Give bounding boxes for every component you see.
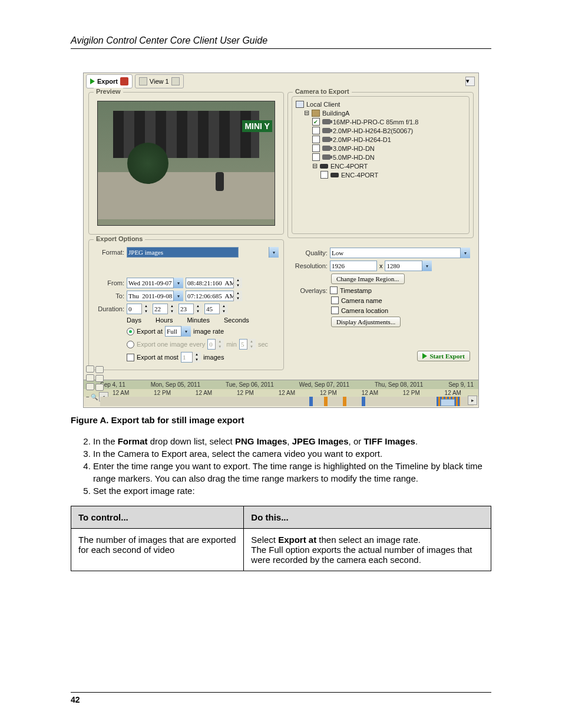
- spinner-icon: ▲▼: [215, 339, 224, 350]
- close-icon[interactable]: [120, 77, 128, 85]
- images-label: images: [203, 354, 224, 361]
- export-window: ▾ Export View 1 Preview MINI Y: [83, 73, 479, 408]
- cam4-checkbox[interactable]: [312, 153, 320, 161]
- spinner-icon[interactable]: ▲▼: [167, 304, 176, 314]
- tree-cam4[interactable]: 5.0MP-HD-DN: [333, 154, 375, 161]
- overlay-ts-label: Timestamp: [340, 287, 372, 294]
- table-header-2: Do this...: [244, 506, 491, 528]
- res-w-input[interactable]: [330, 261, 377, 271]
- tl-rec2-icon[interactable]: [95, 375, 104, 382]
- chevron-down-icon[interactable]: ▾: [173, 291, 183, 301]
- spinner-icon[interactable]: ▲▼: [233, 291, 242, 301]
- range-start-marker[interactable]: [309, 397, 313, 406]
- timeline[interactable]: −🔍◂ Sep 4, 11 Mon, Sep 05, 2011 Tue, Sep…: [84, 380, 478, 406]
- tree-cam2[interactable]: 2.0MP-HD-H264-D1: [333, 136, 391, 143]
- overlay-loc-label: Camera location: [341, 307, 388, 314]
- page-header: Avigilon Control Center Core Client User…: [71, 35, 491, 49]
- format-select[interactable]: [127, 247, 239, 258]
- start-export-button[interactable]: Start Export: [417, 351, 470, 361]
- spinner-icon[interactable]: ▲▼: [219, 304, 228, 314]
- tl-rec-icon[interactable]: [86, 374, 94, 381]
- spinner-icon[interactable]: ▲▼: [193, 304, 202, 314]
- timeline-bar[interactable]: [100, 397, 474, 406]
- chevron-down-icon[interactable]: ▾: [269, 247, 279, 258]
- scroll-thumb[interactable]: [441, 399, 455, 406]
- step-5: Set the export image rate:: [93, 485, 491, 497]
- minutes-unit: Minutes: [187, 317, 210, 324]
- chevron-down-icon[interactable]: ▾: [460, 248, 470, 258]
- page-number: 42: [71, 692, 491, 704]
- figure-caption: Figure A. Export tab for still image exp…: [71, 415, 491, 426]
- tl-hour: 12 AM: [113, 390, 129, 396]
- overlay-name-checkbox[interactable]: [331, 297, 339, 304]
- tl-motion2-icon[interactable]: [95, 384, 104, 391]
- table-header-1: To control...: [71, 506, 244, 528]
- export-most-checkbox[interactable]: [127, 354, 134, 361]
- spinner-icon[interactable]: ▲▼: [141, 304, 150, 314]
- spinner-icon[interactable]: ▲▼: [233, 278, 242, 288]
- step-4: Enter the time range you want to export.…: [93, 460, 491, 485]
- change-region-button[interactable]: Change Image Region...: [331, 274, 405, 284]
- export-icon: [90, 78, 95, 84]
- camera-tree[interactable]: Local Client ⊟BuildingA ✔16MP-HD-PRO-C 8…: [292, 96, 470, 234]
- tree-local: Local Client: [306, 101, 340, 108]
- camera-icon: [322, 137, 330, 142]
- tab-export[interactable]: Export: [86, 74, 133, 88]
- chevron-down-icon[interactable]: ▾: [181, 326, 191, 337]
- tl-motion-icon[interactable]: [86, 383, 94, 390]
- timeline-controls: −🔍◂: [86, 365, 108, 401]
- tree-cam1[interactable]: 2.0MP-HD-H264-B2(50067): [333, 127, 413, 134]
- step-3: In the Camera to Export area, select the…: [93, 447, 491, 460]
- tree-enc-child[interactable]: ENC-4PORT: [341, 172, 378, 179]
- cam1-checkbox[interactable]: [312, 127, 320, 134]
- tl-hour: 12 AM: [279, 390, 295, 396]
- tree-cam3[interactable]: 3.0MP-HD-DN: [333, 145, 375, 152]
- chevron-down-icon[interactable]: ▾: [422, 261, 432, 271]
- spinner-icon: ▲▼: [192, 352, 201, 363]
- tl-play-icon[interactable]: [86, 365, 94, 373]
- days-unit: Days: [127, 317, 141, 324]
- quality-label: Quality:: [291, 249, 328, 256]
- camera-legend: Camera to Export: [293, 88, 352, 95]
- export-at-radio[interactable]: [127, 328, 134, 335]
- overlay-loc-checkbox[interactable]: [331, 307, 339, 314]
- tree-enc-parent[interactable]: ENC-4PORT: [330, 163, 368, 170]
- min-label: min: [226, 341, 237, 348]
- encoder-icon: [320, 164, 328, 169]
- encoder-icon: [330, 173, 339, 177]
- sec-label: sec: [258, 341, 268, 348]
- chevron-down-icon[interactable]: ▾: [173, 278, 183, 288]
- preview-fieldset: Preview MINI Y: [88, 92, 284, 235]
- scroll-right-icon[interactable]: ▸: [468, 396, 477, 405]
- cam0-checkbox[interactable]: ✔: [312, 118, 320, 126]
- overlay-name-label: Camera name: [341, 297, 382, 304]
- view-dd-icon[interactable]: [171, 77, 180, 85]
- enc-checkbox[interactable]: [320, 171, 328, 179]
- site-icon: [312, 110, 320, 117]
- overlay-ts-checkbox[interactable]: [330, 286, 338, 294]
- cam2-checkbox[interactable]: [312, 136, 320, 143]
- start-icon: [422, 353, 427, 359]
- tl-hour: 12 PM: [320, 390, 337, 396]
- client-icon: [296, 101, 304, 108]
- export-options-fieldset: Export Options Format: ▾ From: ▾ ▲▼: [88, 239, 284, 370]
- view-icon: [139, 77, 147, 85]
- image-rate-table: To control... Do this... The number of i…: [71, 506, 491, 571]
- range-end-marker[interactable]: [362, 397, 365, 406]
- tl-play2-icon[interactable]: [95, 366, 104, 373]
- tree-site[interactable]: BuildingA: [322, 110, 349, 117]
- format-label: Format:: [91, 249, 124, 256]
- cam3-checkbox[interactable]: [312, 144, 320, 152]
- tab-view1[interactable]: View 1: [135, 74, 184, 88]
- camera-icon: [322, 146, 330, 151]
- quality-select[interactable]: [330, 248, 470, 258]
- tree-cam0[interactable]: 16MP-HD-PRO-C 85mm f/1.8: [333, 118, 418, 126]
- preview-image: MINI Y: [97, 101, 275, 226]
- tl-hour: 12 AM: [362, 390, 378, 396]
- camera-icon: [322, 119, 330, 124]
- window-menu-icon[interactable]: ▾: [465, 77, 475, 86]
- display-adj-button[interactable]: Display Adjustments...: [331, 317, 401, 327]
- motion-marker: [343, 397, 346, 406]
- export-every-radio[interactable]: [127, 341, 134, 348]
- overlays-label: Overlays:: [291, 287, 328, 294]
